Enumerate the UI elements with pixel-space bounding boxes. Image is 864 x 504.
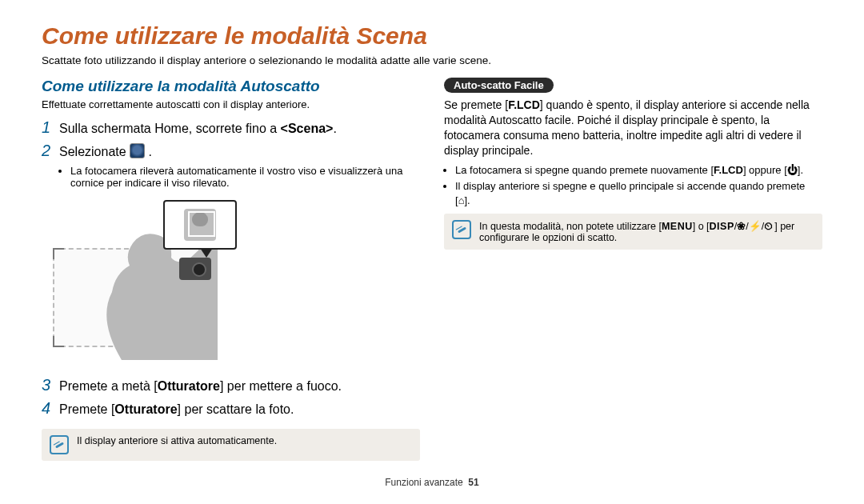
note-icon <box>50 435 69 454</box>
power-icon: ⏻ <box>787 164 798 176</box>
right-bullet-2: Il display anteriore si spegne e quello … <box>455 179 822 207</box>
disp-icon: DISP <box>710 221 734 232</box>
step2-prefix: Selezionate <box>59 145 130 158</box>
note-icon <box>452 220 471 239</box>
step-4: 4 Premete [Otturatore] per scattare la f… <box>42 399 420 418</box>
step-num-3: 3 <box>42 376 59 394</box>
step1-prefix: Sulla schermata Home, scorrete fino a <box>59 122 281 135</box>
page-footer: Funzioni avanzate 51 <box>42 477 822 488</box>
right-bullet-1: La fotocamera si spegne quando premete n… <box>455 163 822 178</box>
step4-prefix: Premete [ <box>59 402 114 416</box>
step4-bold: Otturatore <box>114 402 177 416</box>
camera-icon <box>179 258 211 280</box>
step3-prefix: Premete a metà [ <box>59 379 158 393</box>
menu-icon: MENU <box>662 221 693 232</box>
page-title: Come utilizzare le modalità Scena <box>42 22 822 50</box>
info-left-text: Il display anteriore si attiva automatic… <box>77 435 277 446</box>
key-flcd: F.LCD <box>508 98 540 111</box>
face-detect-callout <box>163 200 237 250</box>
timer-icon: ⏲ <box>764 221 774 232</box>
step3-bold: Otturatore <box>158 379 220 393</box>
footer-page-number: 51 <box>468 477 478 488</box>
autoscatto-icon <box>130 143 145 158</box>
step-3: 3 Premete a metà [Otturatore] per metter… <box>42 376 420 394</box>
step-num-2: 2 <box>42 142 59 160</box>
macro-icon: ❀ <box>737 221 746 232</box>
info-right-text: In questa modalità, non potete utilizzar… <box>479 220 814 243</box>
step1-bold: <Scena> <box>281 122 334 135</box>
step-2: 2 Selezionate . <box>42 142 420 160</box>
step4-suffix: ] per scattare la foto. <box>178 402 294 416</box>
step2-note: La fotocamera rileverà automaticamente i… <box>70 165 420 189</box>
step3-suffix: ] per mettere a fuoco. <box>220 379 342 393</box>
step2-suffix: . <box>149 145 152 158</box>
auto-scatto-facile-badge: Auto-scatto Facile <box>444 78 554 93</box>
step1-suffix: . <box>333 122 336 135</box>
step-num-1: 1 <box>42 118 59 137</box>
flash-icon: ⚡ <box>749 221 762 232</box>
footer-label: Funzioni avanzate <box>385 477 462 488</box>
page-subtitle: Scattate foto utilizzando il display ant… <box>42 54 822 66</box>
section-desc: Effettuate correttamente autoscatti con … <box>42 98 420 110</box>
info-box-right: In questa modalità, non potete utilizzar… <box>444 214 822 250</box>
selfie-illustration <box>42 200 258 360</box>
step-num-4: 4 <box>42 399 59 418</box>
info-box-left: Il display anteriore si attiva automatic… <box>42 429 420 461</box>
key-flcd-2: F.LCD <box>714 164 743 176</box>
step-1: 1 Sulla schermata Home, scorrete fino a … <box>42 118 420 137</box>
right-paragraph: Se premete [F.LCD] quando è spento, il d… <box>444 98 822 158</box>
section-title-autoscatto: Come utilizzare la modalità Autoscatto <box>42 78 420 95</box>
